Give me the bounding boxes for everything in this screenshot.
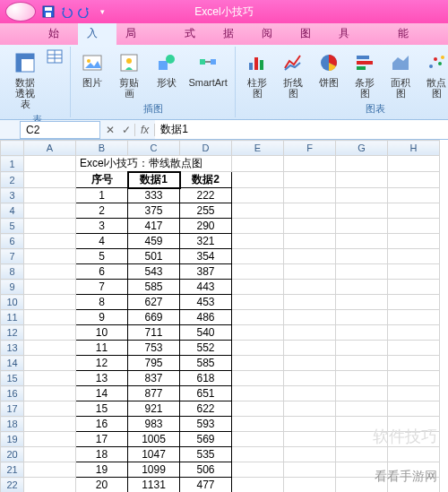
selected-cell[interactable]: 数据1 bbox=[128, 172, 180, 188]
cell[interactable] bbox=[24, 156, 76, 172]
row-header-1[interactable]: 1 bbox=[1, 156, 24, 172]
cell[interactable]: 1131 bbox=[128, 478, 180, 493]
cell[interactable] bbox=[24, 234, 76, 249]
cell[interactable]: Excel小技巧：带线散点图 bbox=[76, 156, 232, 172]
office-button[interactable] bbox=[5, 2, 36, 22]
select-all-corner[interactable] bbox=[1, 141, 24, 156]
cell[interactable] bbox=[284, 432, 336, 447]
row-header-20[interactable]: 20 bbox=[1, 447, 24, 462]
picture-button[interactable]: 图片 bbox=[76, 48, 108, 100]
cell[interactable] bbox=[336, 219, 388, 234]
cell[interactable] bbox=[388, 295, 440, 310]
cell[interactable] bbox=[284, 295, 336, 310]
cell[interactable]: 8 bbox=[76, 295, 128, 310]
cell[interactable]: 387 bbox=[180, 264, 232, 280]
cell[interactable]: 877 bbox=[128, 386, 180, 401]
cell[interactable]: 354 bbox=[180, 249, 232, 264]
scatter-chart-button[interactable]: 散点图 bbox=[420, 48, 448, 100]
cell[interactable]: 983 bbox=[128, 417, 180, 432]
cell[interactable] bbox=[388, 478, 440, 493]
cancel-icon[interactable]: ✕ bbox=[102, 124, 118, 136]
cell[interactable] bbox=[24, 188, 76, 203]
cell[interactable] bbox=[232, 462, 284, 478]
cell[interactable]: 506 bbox=[180, 462, 232, 478]
cell[interactable]: 535 bbox=[180, 447, 232, 462]
line-chart-button[interactable]: 折线图 bbox=[277, 48, 309, 100]
cell[interactable]: 486 bbox=[180, 310, 232, 325]
cell[interactable] bbox=[388, 341, 440, 356]
cell[interactable] bbox=[232, 264, 284, 280]
cell[interactable] bbox=[24, 341, 76, 356]
row-header-2[interactable]: 2 bbox=[1, 172, 24, 188]
row-header-18[interactable]: 18 bbox=[1, 417, 24, 432]
cell[interactable]: 15 bbox=[76, 401, 128, 417]
cell[interactable]: 222 bbox=[180, 188, 232, 203]
cell[interactable] bbox=[336, 172, 388, 188]
col-header-A[interactable]: A bbox=[24, 141, 76, 156]
cell[interactable] bbox=[232, 172, 284, 188]
cell[interactable] bbox=[336, 478, 388, 493]
cell[interactable] bbox=[232, 219, 284, 234]
cell[interactable] bbox=[336, 295, 388, 310]
cell[interactable]: 453 bbox=[180, 295, 232, 310]
cell[interactable] bbox=[284, 264, 336, 280]
cell[interactable] bbox=[24, 264, 76, 280]
cell[interactable]: 1047 bbox=[128, 447, 180, 462]
cell[interactable]: 13 bbox=[76, 371, 128, 386]
cell[interactable] bbox=[284, 447, 336, 462]
cell[interactable]: 921 bbox=[128, 401, 180, 417]
cell[interactable] bbox=[232, 417, 284, 432]
cell[interactable]: 753 bbox=[128, 341, 180, 356]
cell[interactable]: 618 bbox=[180, 371, 232, 386]
col-header-H[interactable]: H bbox=[388, 141, 440, 156]
cell[interactable] bbox=[24, 295, 76, 310]
cell[interactable] bbox=[336, 386, 388, 401]
cell[interactable] bbox=[232, 341, 284, 356]
cell[interactable] bbox=[336, 188, 388, 203]
cell[interactable] bbox=[388, 447, 440, 462]
cell[interactable]: 1099 bbox=[128, 462, 180, 478]
cell[interactable] bbox=[388, 280, 440, 295]
cell[interactable]: 543 bbox=[128, 264, 180, 280]
cell[interactable]: 12 bbox=[76, 356, 128, 371]
cell[interactable] bbox=[24, 249, 76, 264]
cell[interactable] bbox=[284, 417, 336, 432]
cell[interactable]: 序号 bbox=[76, 172, 128, 188]
col-header-D[interactable]: D bbox=[180, 141, 232, 156]
cell[interactable] bbox=[24, 280, 76, 295]
cell[interactable] bbox=[24, 203, 76, 219]
row-header-21[interactable]: 21 bbox=[1, 462, 24, 478]
cell[interactable]: 540 bbox=[180, 325, 232, 341]
col-header-C[interactable]: C bbox=[128, 141, 180, 156]
cell[interactable] bbox=[336, 156, 388, 172]
cell[interactable] bbox=[284, 249, 336, 264]
cell[interactable] bbox=[284, 371, 336, 386]
cell[interactable] bbox=[24, 325, 76, 341]
row-header-8[interactable]: 8 bbox=[1, 264, 24, 280]
cell[interactable] bbox=[284, 172, 336, 188]
cell[interactable] bbox=[232, 156, 284, 172]
cell[interactable]: 14 bbox=[76, 386, 128, 401]
cell[interactable]: 501 bbox=[128, 249, 180, 264]
cell[interactable] bbox=[336, 325, 388, 341]
cell[interactable] bbox=[24, 401, 76, 417]
cell[interactable] bbox=[388, 188, 440, 203]
column-chart-button[interactable]: 柱形图 bbox=[241, 48, 273, 100]
cell[interactable]: 333 bbox=[128, 188, 180, 203]
fx-icon[interactable]: fx bbox=[134, 124, 155, 136]
pivot-table-button[interactable]: 数据 透视表 bbox=[9, 48, 41, 111]
cell[interactable] bbox=[336, 447, 388, 462]
cell[interactable]: 477 bbox=[180, 478, 232, 493]
cell[interactable] bbox=[232, 295, 284, 310]
save-icon[interactable] bbox=[41, 4, 56, 19]
undo-icon[interactable] bbox=[59, 4, 73, 19]
cell[interactable]: 837 bbox=[128, 371, 180, 386]
row-header-19[interactable]: 19 bbox=[1, 432, 24, 447]
cell[interactable]: 711 bbox=[128, 325, 180, 341]
enter-icon[interactable]: ✓ bbox=[118, 124, 134, 136]
cell[interactable] bbox=[388, 203, 440, 219]
bar-chart-button[interactable]: 条形图 bbox=[349, 48, 381, 100]
row-header-12[interactable]: 12 bbox=[1, 325, 24, 341]
row-header-10[interactable]: 10 bbox=[1, 295, 24, 310]
cell[interactable]: 443 bbox=[180, 280, 232, 295]
